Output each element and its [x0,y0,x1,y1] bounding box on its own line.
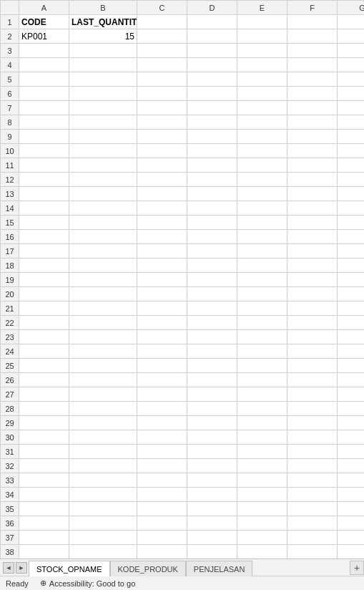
cell-11-B[interactable] [69,158,137,173]
cell-36-E[interactable] [237,516,287,531]
cell-12-A[interactable] [19,173,69,187]
cell-13-C[interactable] [137,187,187,201]
cell-7-C[interactable] [137,101,187,115]
cell-20-E[interactable] [237,287,287,301]
cell-9-B[interactable] [69,130,137,144]
cell-19-G[interactable] [338,273,365,287]
cell-32-F[interactable] [287,459,338,473]
cell-30-F[interactable] [287,430,338,445]
cell-34-A[interactable] [19,488,69,502]
cell-33-E[interactable] [237,473,287,488]
cell-7-E[interactable] [237,101,287,115]
cell-35-A[interactable] [19,502,69,516]
cell-11-C[interactable] [137,158,187,173]
cell-36-A[interactable] [19,516,69,531]
cell-4-D[interactable] [187,58,237,72]
cell-5-C[interactable] [137,72,187,87]
cell-20-A[interactable] [19,287,69,301]
cell-33-D[interactable] [187,473,237,488]
cell-22-G[interactable] [338,316,365,330]
cell-24-A[interactable] [19,344,69,359]
cell-24-B[interactable] [69,344,137,359]
col-header-d[interactable]: D [187,1,237,15]
cell-16-F[interactable] [287,230,338,244]
sheet-tab-0[interactable]: STOCK_OPNAME [29,561,110,576]
cell-31-B[interactable] [69,445,137,459]
cell-36-B[interactable] [69,516,137,531]
cell-12-B[interactable] [69,173,137,187]
cell-37-B[interactable] [69,531,137,545]
cell-17-C[interactable] [137,244,187,258]
cell-19-B[interactable] [69,273,137,287]
cell-35-G[interactable] [338,502,365,516]
cell-28-E[interactable] [237,402,287,416]
cell-9-G[interactable] [338,130,365,144]
cell-3-F[interactable] [287,44,338,58]
cell-31-A[interactable] [19,445,69,459]
cell-14-F[interactable] [287,201,338,216]
cell-11-G[interactable] [338,158,365,173]
cell-37-C[interactable] [137,531,187,545]
cell-11-E[interactable] [237,158,287,173]
cell-37-E[interactable] [237,531,287,545]
cell-6-E[interactable] [237,87,287,101]
cell-26-A[interactable] [19,373,69,387]
cell-5-G[interactable] [338,72,365,87]
cell-13-G[interactable] [338,187,365,201]
cell-38-D[interactable] [187,545,237,559]
cell-35-B[interactable] [69,502,137,516]
cell-3-C[interactable] [137,44,187,58]
cell-13-F[interactable] [287,187,338,201]
cell-24-F[interactable] [287,344,338,359]
cell-23-F[interactable] [287,330,338,344]
cell-32-B[interactable] [69,459,137,473]
cell-33-G[interactable] [338,473,365,488]
cell-29-B[interactable] [69,416,137,430]
cell-18-C[interactable] [137,258,187,273]
cell-20-G[interactable] [338,287,365,301]
cell-6-C[interactable] [137,87,187,101]
cell-35-C[interactable] [137,502,187,516]
cell-9-A[interactable] [19,130,69,144]
cell-27-E[interactable] [237,387,287,402]
cell-33-F[interactable] [287,473,338,488]
cell-35-E[interactable] [237,502,287,516]
cell-33-B[interactable] [69,473,137,488]
col-header-e[interactable]: E [237,1,287,15]
cell-23-G[interactable] [338,330,365,344]
cell-36-C[interactable] [137,516,187,531]
cell-25-G[interactable] [338,359,365,373]
cell-29-C[interactable] [137,416,187,430]
cell-28-D[interactable] [187,402,237,416]
cell-12-D[interactable] [187,173,237,187]
cell-21-B[interactable] [69,301,137,316]
cell-10-B[interactable] [69,144,137,158]
cell-17-A[interactable] [19,244,69,258]
cell-32-C[interactable] [137,459,187,473]
cell-16-B[interactable] [69,230,137,244]
cell-28-G[interactable] [338,402,365,416]
cell-23-D[interactable] [187,330,237,344]
cell-23-A[interactable] [19,330,69,344]
cell-23-E[interactable] [237,330,287,344]
cell-25-B[interactable] [69,359,137,373]
cell-8-G[interactable] [338,115,365,130]
cell-28-B[interactable] [69,402,137,416]
cell-24-E[interactable] [237,344,287,359]
cell-33-C[interactable] [137,473,187,488]
cell-15-B[interactable] [69,216,137,230]
cell-6-F[interactable] [287,87,338,101]
cell-22-B[interactable] [69,316,137,330]
cell-15-D[interactable] [187,216,237,230]
cell-30-D[interactable] [187,430,237,445]
cell-36-D[interactable] [187,516,237,531]
cell-29-F[interactable] [287,416,338,430]
cell-26-G[interactable] [338,373,365,387]
col-header-g[interactable]: G [338,1,365,15]
cell-12-F[interactable] [287,173,338,187]
cell-32-G[interactable] [338,459,365,473]
cell-38-C[interactable] [137,545,187,559]
cell-17-B[interactable] [69,244,137,258]
cell-18-B[interactable] [69,258,137,273]
cell-38-A[interactable] [19,545,69,559]
